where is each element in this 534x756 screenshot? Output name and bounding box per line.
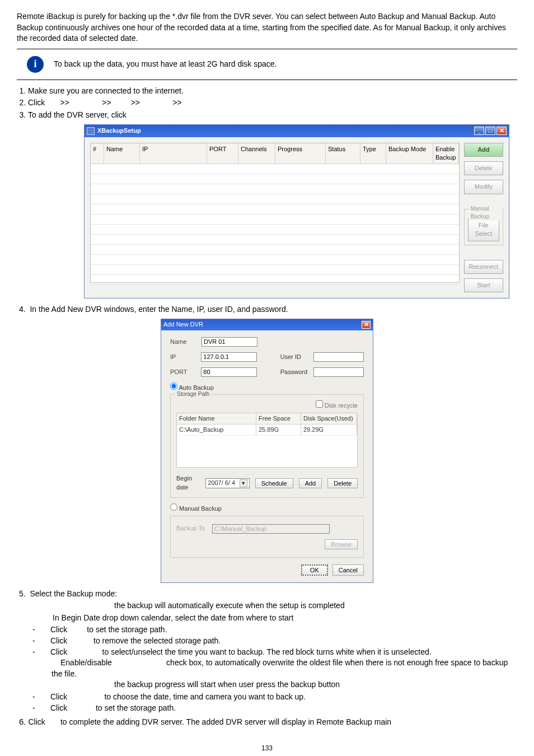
free-value: 25.89G [256, 424, 301, 435]
table-row [91, 225, 459, 235]
reconnect-button[interactable]: Reconnect [464, 260, 503, 274]
table-row [91, 275, 459, 285]
step-6: 6. Click to complete the adding DVR serv… [17, 716, 517, 728]
table-row [91, 204, 459, 214]
col-number: # [91, 143, 104, 164]
divider-top [17, 49, 517, 49]
userid-label: User ID [280, 353, 313, 361]
step-1: Make sure you are connected to the inter… [28, 86, 517, 97]
page-number: 133 [17, 744, 517, 753]
password-label: Password [280, 368, 313, 376]
col-port: PORT [207, 143, 238, 164]
step-3: To add the DVR server, click [28, 110, 517, 121]
password-input[interactable] [313, 367, 364, 377]
step-5: 5. Select the Backup mode: the backup wi… [19, 589, 517, 714]
ip-label: IP [170, 353, 201, 361]
backup-to-input [212, 524, 330, 534]
step-4: 4. In the Add New DVR windows, enter the… [19, 304, 517, 315]
col-folder-name: Folder Name [177, 413, 256, 424]
backup-to-label: Backup To [176, 524, 212, 533]
col-enable-backup: Enable Backup [433, 143, 459, 164]
screenshot-xbackupsetup: XBackupSetup _ □ ✕ # Name IP PORT Channe… [84, 124, 509, 299]
close-icon[interactable]: ✕ [362, 321, 371, 329]
manual-backup-radio[interactable]: Manual Backup [170, 505, 222, 512]
table-row [91, 214, 459, 225]
manual-backup-desc: the backup progress will start when user… [19, 679, 517, 690]
manual-backup-label: Manual Backup [469, 205, 503, 221]
screenshot-add-new-dvr: Add New DVR ✕ Name IP User ID PORT Passw… [161, 319, 373, 583]
userid-input[interactable] [313, 352, 364, 362]
add-button[interactable]: Add [464, 143, 503, 157]
disk-recycle-checkbox[interactable]: Disk recycle [316, 402, 358, 409]
col-ip: IP [140, 143, 207, 164]
close-icon[interactable]: ✕ [496, 127, 507, 135]
col-disk-used: Disk Space(Used) [301, 413, 357, 424]
steps-list: Make sure you are connected to the inter… [19, 86, 517, 121]
storage-path-label: Storage Path [175, 390, 211, 398]
auto-backup-desc: the backup will automatically execute wh… [19, 600, 517, 612]
col-channels: Channels [238, 143, 275, 164]
manual-backup-group: Manual Backup File Select [464, 209, 503, 245]
dialog-title: Add New DVR [163, 320, 203, 329]
file-select-button[interactable]: File Select [468, 218, 499, 241]
table-row [91, 265, 459, 275]
modify-button[interactable]: Modify [464, 180, 503, 194]
table-row [91, 194, 459, 204]
delete-path-button[interactable]: Delete [327, 478, 358, 488]
info-note: To back up the data, you must have at le… [54, 59, 277, 70]
table-row: C:\Auto_Backup 25.89G 29.29G [177, 424, 357, 436]
divider-bottom [17, 80, 517, 80]
table-row [91, 255, 459, 265]
port-label: PORT [170, 368, 201, 376]
table-row [91, 164, 459, 174]
schedule-button[interactable]: Schedule [255, 478, 293, 488]
begin-date-dropdown[interactable]: 2007/ 6/ 4 ▼ [205, 478, 250, 488]
table-row [91, 174, 459, 184]
name-input[interactable] [202, 337, 257, 347]
name-label: Name [170, 338, 202, 346]
used-value: 29.29G [301, 424, 357, 435]
table-row [91, 245, 459, 255]
ip-input[interactable] [201, 352, 257, 362]
col-status: Status [326, 143, 360, 164]
bullet-delete: Click to remove the selected storage pat… [41, 636, 517, 647]
auto-backup-radio[interactable]: Auto Backup [170, 384, 214, 391]
start-button[interactable]: Start [464, 278, 503, 292]
intro-text: Remote iBackup is purely for backing up … [17, 11, 517, 44]
table-row [91, 184, 459, 194]
begin-date-label: Begin date [176, 474, 200, 492]
storage-path-group: Storage Path Disk recycle Folder Name Fr… [170, 394, 364, 498]
window-titlebar: XBackupSetup _ □ ✕ [85, 125, 509, 137]
col-name: Name [104, 143, 140, 164]
col-type: Type [360, 143, 386, 164]
maximize-icon[interactable]: □ [485, 127, 495, 135]
delete-button[interactable]: Delete [464, 161, 503, 175]
col-progress: Progress [275, 143, 326, 164]
port-input[interactable] [201, 367, 257, 377]
info-note-row: i To back up the data, you must have at … [17, 54, 517, 75]
browse-button[interactable]: Browse [325, 539, 358, 549]
minimize-icon[interactable]: _ [474, 127, 484, 135]
table-row [91, 235, 459, 245]
col-backup-mode: Backup Mode [386, 143, 433, 164]
add-path-button[interactable]: Add [299, 478, 322, 488]
bullet-schedule: Click to select/unselect the time you wa… [41, 647, 517, 658]
col-free-space: Free Space [256, 413, 301, 424]
bullet-disk-recycle: Enable/disable check box, to automatical… [41, 657, 517, 679]
bullet-browse: Click to set the storage path. [41, 703, 517, 714]
step-2: Click >> >> >> >> [28, 97, 517, 109]
begin-date-desc: In Begin Date drop down calendar, select… [19, 613, 517, 624]
server-grid: # Name IP PORT Channels Progress Status … [90, 143, 460, 283]
bullet-add: Click to set the storage path. [41, 624, 517, 636]
bullet-file-select: Click to choose the date, time and camer… [41, 692, 517, 703]
cancel-button[interactable]: Cancel [332, 564, 364, 576]
window-title: XBackupSetup [97, 127, 141, 135]
manual-backup-group: Backup To Browse [170, 516, 364, 558]
chevron-down-icon[interactable]: ▼ [240, 479, 247, 487]
folder-value: C:\Auto_Backup [177, 424, 256, 435]
app-icon [87, 127, 95, 135]
info-icon: i [27, 56, 44, 73]
ok-button[interactable]: OK [301, 564, 328, 576]
